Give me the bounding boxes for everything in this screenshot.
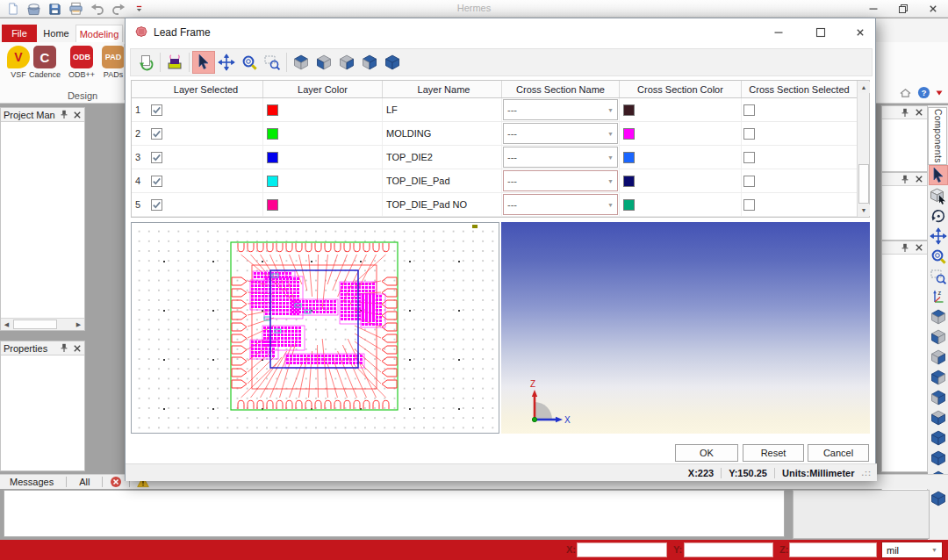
resize-grip[interactable]: .:: <box>862 469 873 477</box>
cross-section-name-select[interactable]: ---▼ <box>503 123 618 144</box>
horizontal-scrollbar[interactable]: ◀ ▶ <box>1 318 84 330</box>
cross-section-selected-checkbox[interactable] <box>743 152 755 163</box>
unit-select[interactable]: mil ▼ <box>881 542 943 558</box>
pin-icon[interactable] <box>59 110 68 119</box>
column-header[interactable]: Layer Color <box>263 81 383 97</box>
pin-icon[interactable] <box>900 175 909 184</box>
scroll-right-icon[interactable]: ▶ <box>73 319 84 330</box>
select-object-icon[interactable] <box>929 185 948 205</box>
column-header[interactable]: Layer Name <box>383 81 502 97</box>
view-cube-top-icon[interactable] <box>929 306 948 327</box>
axis-z-icon[interactable]: z <box>929 286 948 306</box>
tab-home[interactable]: Home <box>39 25 74 42</box>
scroll-up-icon[interactable]: ▲ <box>858 82 870 93</box>
column-header[interactable]: Cross Section Selected <box>742 81 857 97</box>
layer-selected-checkbox[interactable] <box>151 104 162 116</box>
close-icon[interactable] <box>72 110 82 119</box>
cancel-button[interactable]: Cancel <box>808 444 869 462</box>
all-tab[interactable]: All <box>74 477 95 487</box>
view-cube-solid1-icon[interactable] <box>929 448 948 468</box>
z-coordinate-input[interactable] <box>789 542 877 557</box>
ribbon-item-cadence[interactable]: CCadence <box>30 46 60 79</box>
view-cube-solid3-icon[interactable] <box>929 488 948 508</box>
select-arrow-icon[interactable] <box>192 51 215 74</box>
view-cube-back-icon[interactable] <box>929 407 948 427</box>
close-icon[interactable] <box>914 243 923 253</box>
close-icon[interactable] <box>72 343 82 353</box>
layer-selected-checkbox[interactable] <box>151 199 162 211</box>
zoom-window-icon[interactable] <box>261 51 284 74</box>
cross-section-name-select[interactable]: ---▼ <box>503 170 618 191</box>
view-cube-iso-icon[interactable] <box>381 51 404 74</box>
home-icon[interactable] <box>899 87 912 98</box>
scroll-left-icon[interactable]: ◀ <box>1 319 12 330</box>
cross-section-selected-checkbox[interactable] <box>743 176 755 187</box>
properties-content[interactable] <box>1 355 84 470</box>
table-row[interactable]: 4TOP_DIE_Pad---▼ <box>132 169 857 193</box>
close-icon[interactable] <box>846 22 874 43</box>
column-header[interactable]: Cross Section Name <box>502 81 620 97</box>
cross-section-selected-checkbox[interactable] <box>743 128 755 140</box>
pin-icon[interactable] <box>59 343 68 353</box>
leadframe-icon[interactable] <box>163 51 186 74</box>
minimize-icon[interactable] <box>867 3 880 15</box>
tab-file[interactable]: File <box>2 25 37 42</box>
view-cube-bottom-icon[interactable] <box>312 51 335 74</box>
tab-modeling[interactable]: Modeling <box>75 25 123 42</box>
layer-color-swatch[interactable] <box>267 128 278 140</box>
x-coordinate-input[interactable] <box>577 542 667 557</box>
rotate-view-icon[interactable] <box>929 205 948 226</box>
table-row[interactable]: 5TOP_DIE_Pad NO---▼ <box>132 193 857 217</box>
zoom-icon[interactable] <box>238 51 261 74</box>
cross-section-name-select[interactable]: ---▼ <box>503 147 618 168</box>
close-icon[interactable] <box>914 175 923 184</box>
ok-button[interactable]: OK <box>675 444 738 462</box>
close-icon[interactable] <box>927 3 939 15</box>
cross-section-color-swatch[interactable] <box>623 128 635 140</box>
minimize-icon[interactable] <box>765 22 793 43</box>
messages-list[interactable] <box>4 490 785 537</box>
view-cube-bottom-icon[interactable] <box>929 327 948 347</box>
view-cube-left-icon[interactable] <box>335 51 358 74</box>
project-manager-tree[interactable] <box>1 122 84 318</box>
pan-icon[interactable] <box>929 226 948 246</box>
leadframe-3d-view[interactable]: ZX <box>501 222 870 434</box>
layer-color-swatch[interactable] <box>267 152 278 163</box>
restore-icon[interactable] <box>897 3 909 15</box>
messages-tab[interactable]: Messages <box>4 477 59 487</box>
help-icon[interactable]: ? <box>917 86 930 99</box>
scrollbar-thumb[interactable] <box>858 164 869 204</box>
leadframe-2d-view[interactable] <box>131 222 499 434</box>
reset-button[interactable]: Reset <box>743 444 804 462</box>
view-cube-left-icon[interactable] <box>929 347 948 367</box>
ribbon-item-odb[interactable]: ODBODB++ <box>67 46 97 79</box>
layer-selected-checkbox[interactable] <box>151 176 162 187</box>
errors-filter-icon[interactable] <box>110 476 122 488</box>
expand-more-icon[interactable] <box>936 90 943 97</box>
select-arrow-icon[interactable] <box>929 165 948 185</box>
view-cube-top-icon[interactable] <box>290 51 312 74</box>
pan-icon[interactable] <box>215 51 238 74</box>
scrollbar-thumb[interactable] <box>13 319 57 329</box>
cross-section-selected-checkbox[interactable] <box>743 199 755 211</box>
cross-section-selected-checkbox[interactable] <box>743 104 755 116</box>
layer-color-swatch[interactable] <box>267 176 278 187</box>
column-header[interactable]: Layer Selected <box>149 81 263 97</box>
view-cube-front-icon[interactable] <box>929 387 948 407</box>
maximize-icon[interactable] <box>807 22 835 43</box>
scroll-down-icon[interactable]: ▼ <box>858 205 870 216</box>
view-cube-right-icon[interactable] <box>929 367 948 387</box>
cross-section-color-swatch[interactable] <box>623 199 635 211</box>
zoom-icon[interactable] <box>929 246 948 266</box>
cross-section-name-select[interactable]: ---▼ <box>503 194 618 215</box>
layer-selected-checkbox[interactable] <box>151 152 162 163</box>
dialog-titlebar[interactable]: Lead Frame <box>126 18 875 47</box>
layer-color-swatch[interactable] <box>267 104 278 116</box>
y-coordinate-input[interactable] <box>684 542 773 557</box>
cross-section-name-select[interactable]: ---▼ <box>503 99 618 120</box>
vertical-scrollbar[interactable]: ▲ ▼ <box>857 81 869 217</box>
view-cube-front-icon[interactable] <box>358 51 381 74</box>
components-tab[interactable]: Components <box>928 107 947 165</box>
pin-icon[interactable] <box>900 243 909 253</box>
view-cube-iso-icon[interactable] <box>929 427 948 448</box>
